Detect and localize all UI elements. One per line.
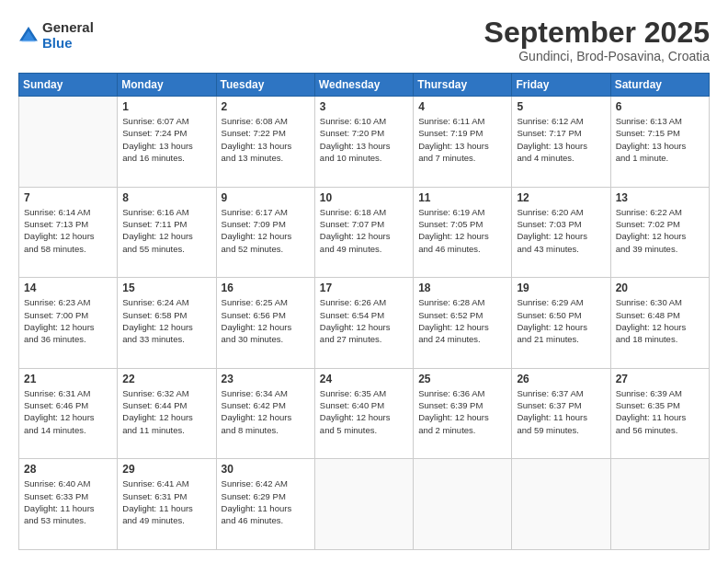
calendar-cell: 11Sunrise: 6:19 AM Sunset: 7:05 PM Dayli… [414,187,512,278]
calendar-cell: 3Sunrise: 6:10 AM Sunset: 7:20 PM Daylig… [314,97,413,188]
day-number: 8 [122,191,210,204]
calendar-cell [414,459,512,550]
header-row: SundayMondayTuesdayWednesdayThursdayFrid… [19,74,710,97]
calendar-cell: 10Sunrise: 6:18 AM Sunset: 7:07 PM Dayli… [314,187,413,278]
calendar-cell: 1Sunrise: 6:07 AM Sunset: 7:24 PM Daylig… [118,97,216,188]
day-number: 1 [122,100,210,113]
calendar-cell: 16Sunrise: 6:25 AM Sunset: 6:56 PM Dayli… [216,278,314,369]
day-info: Sunrise: 6:16 AM Sunset: 7:11 PM Dayligh… [122,206,210,255]
day-info: Sunrise: 6:29 AM Sunset: 6:50 PM Dayligh… [517,296,605,345]
calendar-cell [19,97,118,188]
day-number: 2 [222,100,310,113]
day-number: 30 [222,463,310,476]
day-number: 24 [320,373,408,385]
day-header-thursday: Thursday [414,74,512,97]
day-number: 7 [24,191,112,204]
calendar-cell: 25Sunrise: 6:36 AM Sunset: 6:39 PM Dayli… [414,368,512,459]
calendar-cell: 15Sunrise: 6:24 AM Sunset: 6:58 PM Dayli… [118,278,216,369]
calendar-cell: 5Sunrise: 6:12 AM Sunset: 7:17 PM Daylig… [512,97,610,188]
day-number: 5 [517,100,605,113]
day-info: Sunrise: 6:30 AM Sunset: 6:48 PM Dayligh… [616,296,704,345]
calendar-cell: 2Sunrise: 6:08 AM Sunset: 7:22 PM Daylig… [216,97,314,188]
logo: General Blue [18,20,94,51]
week-row-4: 21Sunrise: 6:31 AM Sunset: 6:46 PM Dayli… [19,368,710,459]
day-number: 21 [24,373,112,385]
day-number: 11 [418,191,506,204]
day-info: Sunrise: 6:11 AM Sunset: 7:19 PM Dayligh… [418,115,506,164]
day-info: Sunrise: 6:12 AM Sunset: 7:17 PM Dayligh… [517,115,605,164]
day-number: 9 [222,191,310,204]
calendar-cell: 7Sunrise: 6:14 AM Sunset: 7:13 PM Daylig… [19,187,118,278]
calendar-cell [512,459,610,550]
calendar-cell [610,459,709,550]
day-info: Sunrise: 6:14 AM Sunset: 7:13 PM Dayligh… [24,206,112,255]
calendar-cell: 27Sunrise: 6:39 AM Sunset: 6:35 PM Dayli… [610,368,709,459]
day-header-tuesday: Tuesday [216,74,314,97]
day-number: 12 [517,191,605,204]
page: General Blue September 2025 Gundinci, Br… [0,0,728,563]
calendar-cell: 22Sunrise: 6:32 AM Sunset: 6:44 PM Dayli… [118,368,216,459]
calendar-cell: 6Sunrise: 6:13 AM Sunset: 7:15 PM Daylig… [610,97,709,188]
day-info: Sunrise: 6:19 AM Sunset: 7:05 PM Dayligh… [418,206,506,255]
day-info: Sunrise: 6:17 AM Sunset: 7:09 PM Dayligh… [222,206,310,255]
day-header-friday: Friday [512,74,610,97]
day-number: 20 [616,282,704,294]
day-number: 18 [418,282,506,294]
week-row-5: 28Sunrise: 6:40 AM Sunset: 6:33 PM Dayli… [19,459,710,550]
calendar-cell: 30Sunrise: 6:42 AM Sunset: 6:29 PM Dayli… [216,459,314,550]
day-number: 10 [320,191,408,204]
day-number: 15 [122,282,210,294]
calendar-cell: 14Sunrise: 6:23 AM Sunset: 7:00 PM Dayli… [19,278,118,369]
logo-blue: Blue [42,36,94,52]
day-info: Sunrise: 6:10 AM Sunset: 7:20 PM Dayligh… [320,115,408,164]
day-number: 14 [24,282,112,294]
day-number: 27 [616,373,704,385]
day-info: Sunrise: 6:26 AM Sunset: 6:54 PM Dayligh… [320,296,408,345]
day-info: Sunrise: 6:39 AM Sunset: 6:35 PM Dayligh… [616,387,704,436]
day-number: 29 [122,463,210,476]
calendar-cell: 24Sunrise: 6:35 AM Sunset: 6:40 PM Dayli… [314,368,413,459]
subtitle: Gundinci, Brod-Posavina, Croatia [484,49,710,63]
title-block: September 2025 Gundinci, Brod-Posavina, … [484,17,710,63]
calendar-cell: 29Sunrise: 6:41 AM Sunset: 6:31 PM Dayli… [118,459,216,550]
day-number: 28 [24,463,112,476]
calendar-cell [314,459,413,550]
calendar-cell: 26Sunrise: 6:37 AM Sunset: 6:37 PM Dayli… [512,368,610,459]
day-info: Sunrise: 6:07 AM Sunset: 7:24 PM Dayligh… [122,115,210,164]
day-info: Sunrise: 6:08 AM Sunset: 7:22 PM Dayligh… [222,115,310,164]
day-info: Sunrise: 6:20 AM Sunset: 7:03 PM Dayligh… [517,206,605,255]
day-info: Sunrise: 6:40 AM Sunset: 6:33 PM Dayligh… [24,477,112,526]
day-info: Sunrise: 6:31 AM Sunset: 6:46 PM Dayligh… [24,387,112,436]
day-number: 25 [418,373,506,385]
day-info: Sunrise: 6:23 AM Sunset: 7:00 PM Dayligh… [24,296,112,345]
day-info: Sunrise: 6:24 AM Sunset: 6:58 PM Dayligh… [122,296,210,345]
day-info: Sunrise: 6:34 AM Sunset: 6:42 PM Dayligh… [222,387,310,436]
month-title: September 2025 [484,17,710,49]
day-header-wednesday: Wednesday [314,74,413,97]
logo-general: General [42,20,94,36]
day-info: Sunrise: 6:36 AM Sunset: 6:39 PM Dayligh… [418,387,506,436]
calendar-cell: 13Sunrise: 6:22 AM Sunset: 7:02 PM Dayli… [610,187,709,278]
day-number: 19 [517,282,605,294]
day-header-sunday: Sunday [19,74,118,97]
calendar-cell: 9Sunrise: 6:17 AM Sunset: 7:09 PM Daylig… [216,187,314,278]
day-number: 26 [517,373,605,385]
calendar-table: SundayMondayTuesdayWednesdayThursdayFrid… [18,73,710,550]
calendar-cell: 19Sunrise: 6:29 AM Sunset: 6:50 PM Dayli… [512,278,610,369]
day-number: 16 [222,282,310,294]
day-info: Sunrise: 6:35 AM Sunset: 6:40 PM Dayligh… [320,387,408,436]
day-header-saturday: Saturday [610,74,709,97]
logo-text: General Blue [42,20,94,51]
week-row-1: 1Sunrise: 6:07 AM Sunset: 7:24 PM Daylig… [19,97,710,188]
logo-icon [18,26,39,46]
day-number: 6 [616,100,704,113]
day-info: Sunrise: 6:32 AM Sunset: 6:44 PM Dayligh… [122,387,210,436]
day-header-monday: Monday [118,74,216,97]
day-number: 22 [122,373,210,385]
calendar-cell: 20Sunrise: 6:30 AM Sunset: 6:48 PM Dayli… [610,278,709,369]
day-info: Sunrise: 6:37 AM Sunset: 6:37 PM Dayligh… [517,387,605,436]
day-number: 3 [320,100,408,113]
calendar-cell: 12Sunrise: 6:20 AM Sunset: 7:03 PM Dayli… [512,187,610,278]
day-info: Sunrise: 6:25 AM Sunset: 6:56 PM Dayligh… [222,296,310,345]
week-row-2: 7Sunrise: 6:14 AM Sunset: 7:13 PM Daylig… [19,187,710,278]
